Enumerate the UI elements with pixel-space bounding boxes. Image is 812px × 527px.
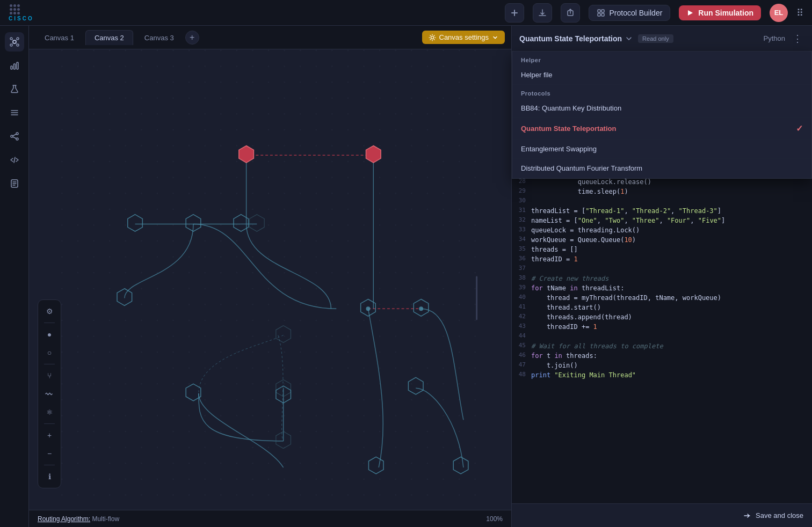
code-line-47: 47 t.join() (512, 361, 812, 370)
canvas-tab-3[interactable]: Canvas 3 (135, 30, 183, 45)
svg-rect-0 (598, 10, 600, 12)
save-close-label: Save and close (756, 511, 803, 519)
svg-marker-20 (366, 145, 381, 163)
read-only-badge: Read only (638, 34, 673, 43)
svg-rect-9 (11, 66, 12, 69)
code-line-34: 34 workQueue = Queue.Queue(10) (512, 235, 812, 245)
code-line-45: 45 # Wait for all threads to complete (512, 341, 812, 351)
protocol-builder-button[interactable]: Protocol Builder (589, 5, 671, 21)
sidebar-icon-flask[interactable] (5, 79, 24, 99)
run-simulation-button[interactable]: Run Simulation (679, 5, 761, 20)
main-layout: Canvas 1 Canvas 2 Canvas 3 + Canvas sett… (0, 26, 812, 527)
cisco-text: CISCO (9, 16, 34, 21)
protocol-name-button[interactable]: Quantum State Teleportation (519, 34, 633, 43)
svg-point-7 (10, 44, 12, 46)
canvas-area: Canvas 1 Canvas 2 Canvas 3 + Canvas sett… (29, 26, 511, 527)
svg-rect-3 (601, 13, 604, 16)
canvas-toolbar: ⚙ ● ○ ⑂ ⚛ + − ℹ (38, 299, 61, 488)
code-line-37: 37 (512, 264, 812, 274)
code-line-33: 33 queueLock = threading.Lock() (512, 225, 812, 235)
sidebar-icon-network[interactable] (5, 32, 24, 52)
dropdown-item-bb84[interactable]: BB84: Quantum Key Distribution (512, 99, 811, 118)
settings-tool-btn[interactable]: ⚙ (41, 303, 57, 319)
code-line-35: 35 threads = [] (512, 245, 812, 254)
svg-point-12 (16, 133, 18, 135)
dropdown-item-fourier[interactable]: Distributed Quantum Fourier Transform (512, 159, 811, 178)
zoom-in-btn[interactable]: + (41, 427, 57, 443)
code-line-39: 39 for tName in threadList: (512, 283, 812, 293)
atom-tool-btn[interactable]: ⚛ (41, 404, 57, 420)
canvas-svg (29, 49, 511, 510)
protocol-dropdown-menu: Helper Helper file Protocols BB84: Quant… (512, 52, 812, 179)
info-btn[interactable]: ℹ (41, 469, 57, 485)
svg-point-5 (10, 38, 12, 40)
svg-rect-10 (13, 64, 15, 69)
cisco-logo: CISCO (9, 4, 34, 21)
download-btn[interactable] (533, 3, 552, 23)
routing-algorithm-value: Multi-flow (92, 515, 119, 523)
code-line-31: 31 threadList = ["Thread-1", "Thread-2",… (512, 206, 812, 216)
code-line-46: 46 for t in threads: (512, 351, 812, 361)
canvas-settings-button[interactable]: Canvas settings (422, 31, 505, 44)
circle-solid-tool-btn[interactable]: ● (41, 326, 57, 342)
svg-marker-19 (239, 145, 254, 163)
canvas-tab-2[interactable]: Canvas 2 (85, 30, 133, 45)
code-line-38: 38 # Create new threads (512, 274, 812, 283)
circle-outline-tool-btn[interactable]: ○ (41, 345, 57, 361)
sidebar-icon-notes[interactable] (5, 174, 24, 193)
sidebar-icon-list[interactable] (5, 103, 24, 122)
svg-point-27 (419, 306, 423, 311)
canvas-tabs: Canvas 1 Canvas 2 Canvas 3 + Canvas sett… (29, 26, 511, 49)
dropdown-section-protocols: Protocols (512, 85, 811, 99)
sidebar-icon-chart[interactable] (5, 56, 24, 75)
save-close-button[interactable]: Save and close (743, 511, 803, 520)
run-sim-label: Run Simulation (698, 9, 753, 17)
svg-point-13 (11, 135, 13, 137)
user-initials: EL (774, 9, 784, 17)
zoom-level: 100% (486, 515, 503, 523)
dropdown-item-teleportation[interactable]: Quantum State Teleportation ✓ (512, 118, 811, 140)
svg-point-6 (17, 38, 19, 40)
code-line-41: 41 thread.start() (512, 303, 812, 312)
check-icon: ✓ (796, 123, 803, 134)
routing-algorithm-label: Routing Algorithm: (38, 515, 90, 523)
code-line-32: 32 nameList = ["One", "Two", "Three", "F… (512, 216, 812, 225)
svg-point-28 (366, 306, 371, 311)
svg-rect-2 (598, 13, 600, 16)
zoom-out-btn[interactable]: − (41, 445, 57, 462)
svg-point-14 (16, 138, 18, 140)
branch-tool-btn[interactable]: ⑂ (41, 368, 57, 384)
dropdown-item-helper-file[interactable]: Helper file (512, 65, 811, 85)
sidebar-icon-code[interactable] (5, 150, 24, 170)
wave-tool-btn[interactable] (41, 386, 57, 402)
user-avatar[interactable]: EL (770, 4, 788, 22)
dropdown-section-helper: Helper (512, 52, 811, 65)
code-line-30: 30 (512, 196, 812, 206)
grid-menu-icon[interactable]: ⠿ (796, 7, 803, 19)
code-line-40: 40 thread = myThread(threadID, tName, wo… (512, 293, 812, 303)
canvas-viewport[interactable]: ⚙ ● ○ ⑂ ⚛ + − ℹ (29, 49, 511, 510)
left-sidebar (0, 26, 29, 527)
protocol-name-label: Quantum State Teleportation (519, 34, 622, 43)
status-bar: Routing Algorithm: Multi-flow 100% (29, 510, 511, 527)
more-options-button[interactable]: ⋮ (791, 31, 804, 47)
canvas-settings-label: Canvas settings (439, 33, 489, 41)
language-label: Python (764, 34, 785, 42)
protocol-builder-label: Protocol Builder (610, 9, 663, 17)
top-bar: CISCO Protocol Builder Run Simulation EL… (0, 0, 812, 26)
plus-btn[interactable] (505, 3, 524, 23)
share-btn[interactable] (561, 3, 580, 23)
dropdown-item-entanglement[interactable]: Entanglement Swapping (512, 140, 811, 159)
svg-rect-1 (601, 10, 604, 12)
svg-rect-11 (17, 62, 18, 69)
canvas-tab-1[interactable]: Canvas 1 (35, 30, 83, 45)
add-canvas-tab-button[interactable]: + (185, 31, 199, 45)
code-line-36: 36 threadID = 1 (512, 254, 812, 264)
right-panel: Quantum State Teleportation Read only Py… (511, 26, 812, 527)
code-line-29: 29 time.sleep(1) (512, 187, 812, 196)
sidebar-icon-share[interactable] (5, 127, 24, 146)
save-bar: Save and close (512, 503, 812, 527)
code-line-48: 48 print "Exiting Main Thread" (512, 370, 812, 380)
code-line-44: 44 (512, 332, 812, 341)
code-line-43: 43 threadID += 1 (512, 322, 812, 332)
